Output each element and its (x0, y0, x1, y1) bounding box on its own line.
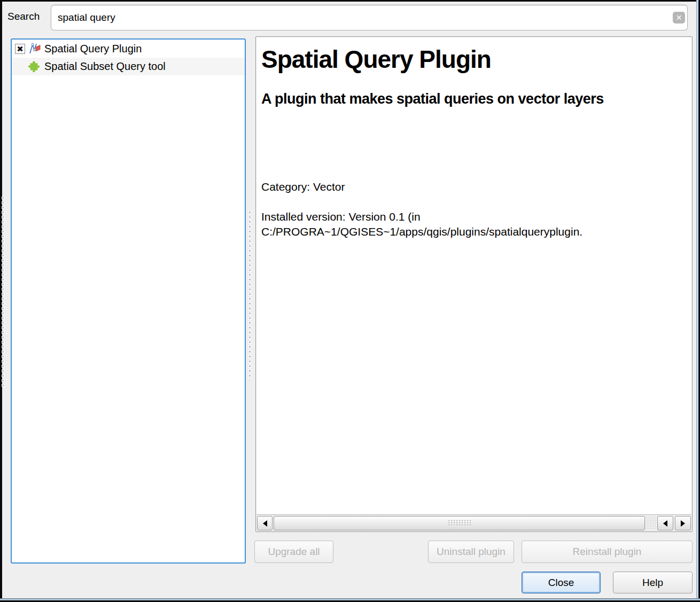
spatial-query-plugin-icon (28, 42, 42, 55)
list-item-label: Spatial Subset Query tool (44, 60, 166, 73)
installed-version-line: Installed version: Version 0.1 (in (261, 210, 421, 223)
pane-splitter[interactable] (247, 38, 255, 564)
scroll-left-icon (263, 520, 267, 527)
plugin-title: Spatial Query Plugin (261, 45, 491, 74)
plugin-puzzle-icon (28, 60, 42, 73)
plugin-list: ✖ Spatial Query Plugin Spatial Subset Qu… (11, 38, 246, 564)
installed-path-line: C:/PROGRA~1/QGISES~1/apps/qgis/plugins/s… (261, 225, 582, 238)
left-splitter-grip[interactable] (2, 197, 6, 389)
search-input[interactable] (51, 5, 688, 30)
help-button[interactable]: Help (613, 572, 693, 593)
details-viewport: Spatial Query Plugin A plugin that makes… (256, 37, 691, 515)
plugin-description: A plugin that makes spatial queries on v… (261, 91, 604, 107)
list-item-label: Spatial Query Plugin (44, 43, 142, 55)
scrollbar-thumb[interactable] (274, 516, 645, 530)
horizontal-scrollbar (257, 516, 691, 530)
plugin-category: Category: Vector (261, 181, 345, 193)
plugin-checkbox-checked[interactable]: ✖ (15, 44, 25, 54)
list-item-spatial-query-plugin[interactable]: ✖ Spatial Query Plugin (12, 40, 245, 58)
search-label: Search (7, 11, 40, 22)
scroll-left-button[interactable] (257, 516, 273, 530)
splitter-grip (248, 211, 253, 380)
clear-search-icon[interactable]: ✕ (673, 12, 685, 24)
list-item-spatial-subset-query-tool[interactable]: Spatial Subset Query tool (12, 58, 245, 75)
window-frame-bottom (0, 598, 700, 602)
window-frame-right (696, 0, 700, 602)
uninstall-plugin-button[interactable]: Uninstall plugin (428, 541, 514, 563)
scroll-left-button-right[interactable] (657, 516, 673, 530)
scroll-right-button[interactable] (675, 516, 691, 530)
upgrade-all-button[interactable]: Upgrade all (254, 541, 333, 563)
reinstall-plugin-button[interactable]: Reinstall plugin (522, 541, 693, 563)
close-button[interactable]: Close (522, 572, 601, 593)
scrollbar-grip (448, 520, 471, 527)
plugin-manager-window: Search ✕ ✖ Spatial Query Plugin Spatial … (0, 0, 700, 602)
plugin-details-panel: Spatial Query Plugin A plugin that makes… (255, 36, 693, 532)
scroll-left-icon (663, 520, 667, 527)
scroll-right-icon (681, 520, 685, 527)
